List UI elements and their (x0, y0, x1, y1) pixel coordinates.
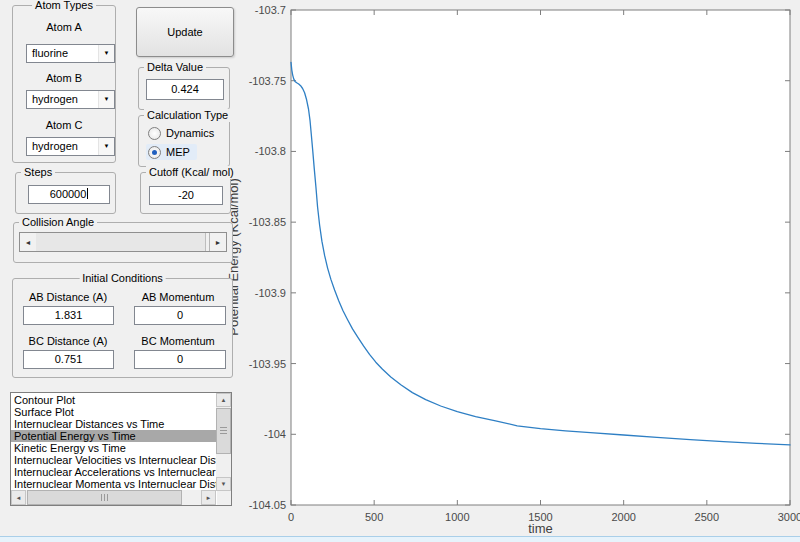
delta-value-field[interactable]: 0.424 (146, 79, 224, 100)
x-axis-label: time (291, 521, 790, 536)
bc-momentum-field[interactable]: 0 (134, 350, 226, 369)
bc-momentum-label: BC Momentum (124, 335, 232, 347)
list-item[interactable]: Surface Plot (11, 406, 216, 418)
y-tick-label: -103.75 (249, 75, 286, 87)
list-item[interactable]: Kinetic Energy vs Time (11, 442, 216, 454)
bc-distance-field[interactable]: 0.751 (23, 350, 114, 369)
vertical-scrollbar[interactable]: ▲ ▼ (216, 393, 231, 491)
y-tick-label: -104.05 (249, 499, 286, 511)
bc-distance-label: BC Distance (A) (13, 335, 123, 347)
horizontal-scrollbar[interactable]: ◄ ► (11, 490, 216, 505)
horizontal-scroll-thumb[interactable] (27, 490, 182, 505)
y-tick-label: -103.95 (249, 358, 286, 370)
scroll-up-icon[interactable]: ▲ (216, 393, 231, 407)
ab-distance-field[interactable]: 1.831 (23, 306, 114, 325)
initial-conditions-panel: Initial Conditions AB Distance (A) AB Mo… (12, 278, 233, 378)
atom-types-legend: Atom Types (32, 0, 96, 12)
list-item[interactable]: Potential Energy vs Time (11, 430, 216, 442)
update-button[interactable]: Update (136, 7, 234, 57)
collision-angle-slider[interactable]: ◄ ► (19, 232, 227, 252)
thumb-grip (220, 427, 227, 435)
list-item[interactable]: Internuclear Distances vs Time (11, 418, 216, 430)
y-tick-label: -103.85 (249, 216, 286, 228)
chevron-down-icon[interactable]: ▼ (98, 138, 114, 155)
leps-gui-window: 050010001500200025003000-103.7-103.75-10… (0, 0, 800, 542)
scrollbar-corner (217, 491, 231, 505)
atom-a-select[interactable]: fluorine ▼ (26, 44, 115, 63)
radio-off-icon[interactable] (148, 127, 161, 140)
dynamics-radio[interactable]: Dynamics (146, 125, 221, 141)
steps-field[interactable]: 600000 (28, 185, 110, 204)
list-item[interactable]: Contour Plot (11, 394, 216, 406)
initial-conditions-legend: Initial Conditions (79, 272, 166, 285)
steps-value: 600000 (50, 188, 87, 200)
cutoff-field[interactable]: -20 (149, 186, 223, 205)
steps-legend: Steps (21, 166, 55, 179)
list-item[interactable]: Internuclear Velocities vs Internuclear … (11, 454, 216, 466)
radio-on-icon[interactable] (148, 146, 161, 159)
delta-value-legend: Delta Value (144, 61, 206, 74)
scroll-right-icon[interactable]: ► (201, 490, 216, 505)
mep-radio[interactable]: MEP (146, 144, 197, 160)
y-tick-label: -104 (264, 428, 286, 440)
slider-right-arrow-icon[interactable]: ► (209, 233, 226, 251)
steps-panel: Steps 600000 (15, 172, 116, 214)
chevron-down-icon[interactable]: ▼ (98, 91, 114, 108)
window-bottom-edge (0, 536, 800, 542)
atom-b-select[interactable]: hydrogen ▼ (26, 90, 115, 109)
plot-area (291, 10, 790, 505)
atom-c-select[interactable]: hydrogen ▼ (26, 137, 115, 156)
atom-types-panel: Atom Types Atom A fluorine ▼ Atom B hydr… (12, 5, 116, 163)
ab-momentum-field[interactable]: 0 (134, 306, 226, 325)
y-tick-label: -103.7 (255, 4, 286, 16)
mep-radio-label: MEP (166, 146, 190, 158)
list-item[interactable]: Internuclear Momenta vs Internuclear Dis… (11, 478, 216, 490)
text-cursor (87, 188, 88, 199)
atom-b-value: hydrogen (32, 93, 78, 105)
list-item[interactable]: Internuclear Accelerations vs Internucle… (11, 466, 216, 478)
atom-c-value: hydrogen (32, 140, 78, 152)
y-tick-label: -103.8 (255, 145, 286, 157)
y-tick-label: -103.9 (255, 287, 286, 299)
scroll-left-icon[interactable]: ◄ (11, 490, 26, 505)
cutoff-panel: Cutoff (Kcal/ mol) -20 (140, 172, 231, 214)
ab-momentum-label: AB Momentum (124, 291, 232, 303)
atom-c-label: Atom C (13, 119, 115, 131)
ab-distance-label: AB Distance (A) (13, 291, 123, 303)
vertical-scroll-thumb[interactable] (216, 408, 231, 454)
cutoff-legend: Cutoff (Kcal/ mol) (146, 166, 237, 179)
scroll-down-icon[interactable]: ▼ (216, 477, 231, 491)
plot-type-list: Contour PlotSurface PlotInternuclear Dis… (11, 394, 216, 490)
collision-angle-legend: Collision Angle (19, 216, 97, 229)
thumb-grip (101, 494, 109, 501)
atom-a-label: Atom A (13, 21, 115, 33)
calculation-type-legend: Calculation Type (144, 109, 231, 122)
collision-angle-panel: Collision Angle ◄ ► (13, 222, 233, 263)
delta-value-panel: Delta Value 0.424 (138, 67, 230, 110)
atom-a-value: fluorine (32, 47, 68, 59)
slider-left-arrow-icon[interactable]: ◄ (20, 233, 37, 251)
slider-thumb[interactable] (36, 233, 206, 251)
dynamics-radio-label: Dynamics (166, 127, 214, 139)
atom-b-label: Atom B (13, 72, 115, 84)
calculation-type-panel: Calculation Type Dynamics MEP (138, 115, 230, 167)
plot-type-listbox[interactable]: Contour PlotSurface PlotInternuclear Dis… (10, 392, 232, 506)
chevron-down-icon[interactable]: ▼ (98, 45, 114, 62)
potential-energy-curve (291, 62, 790, 445)
